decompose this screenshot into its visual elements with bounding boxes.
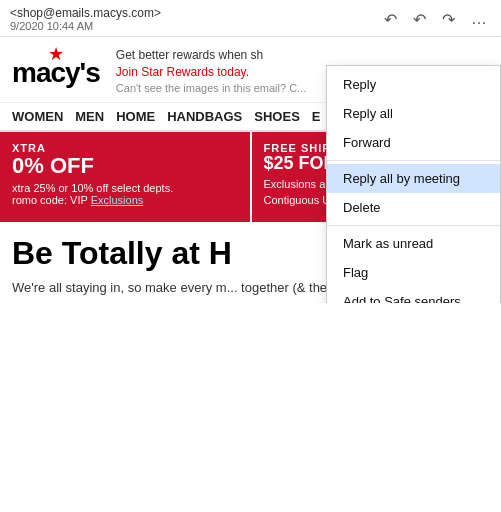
email-header: <shop@emails.macys.com> 9/2020 10:44 AM …: [0, 0, 501, 37]
toolbar-icons: ↶ ↶ ↷ …: [380, 8, 491, 31]
nav-shoes[interactable]: SHOES: [254, 109, 300, 124]
menu-mark-unread[interactable]: Mark as unread: [327, 229, 500, 258]
menu-delete[interactable]: Delete: [327, 193, 500, 222]
nav-men[interactable]: MEN: [75, 109, 104, 124]
menu-reply-all-meeting[interactable]: Reply all by meeting: [327, 164, 500, 193]
cant-see-text: Can't see the images in this email? C...: [116, 81, 306, 96]
menu-separator: [327, 225, 500, 226]
promo-left-code: romo code: VIP Exclusions: [12, 194, 238, 206]
menu-forward[interactable]: Forward: [327, 128, 500, 157]
menu-reply-all[interactable]: Reply all: [327, 99, 500, 128]
promo-left-big: 0% OFF: [12, 154, 238, 178]
banner-text: Get better rewards when sh Join Star Rew…: [116, 47, 306, 96]
context-menu: ReplyReply allForwardReply all by meetin…: [326, 65, 501, 303]
nav-women[interactable]: WOMEN: [12, 109, 63, 124]
nav-home[interactable]: HOME: [116, 109, 155, 124]
email-body: ★ macy's Get better rewards when sh Join…: [0, 37, 501, 303]
sender-address: <shop@emails.macys.com>: [10, 6, 161, 20]
email-meta: <shop@emails.macys.com> 9/2020 10:44 AM: [10, 6, 161, 32]
more-icon[interactable]: …: [467, 8, 491, 30]
nav-more[interactable]: E: [312, 109, 321, 124]
forward-icon[interactable]: ↷: [438, 8, 459, 31]
menu-separator: [327, 160, 500, 161]
nav-handbags[interactable]: HANDBAGS: [167, 109, 242, 124]
menu-safe-senders[interactable]: Add to Safe senders: [327, 287, 500, 303]
exclusions-link[interactable]: Exclusions: [91, 194, 144, 206]
macys-logo-text: macy's: [12, 57, 100, 89]
reply-all-icon[interactable]: ↶: [409, 8, 430, 31]
banner-tagline: Get better rewards when sh: [116, 47, 306, 64]
join-link[interactable]: Join Star Rewards today.: [116, 65, 249, 79]
menu-flag[interactable]: Flag: [327, 258, 500, 287]
promo-left-small: xtra 25% or 10% off select depts.: [12, 182, 238, 194]
promo-left: XTRA 0% OFF xtra 25% or 10% off select d…: [0, 132, 250, 222]
macys-logo: ★ macy's: [12, 47, 100, 89]
email-datetime: 9/2020 10:44 AM: [10, 20, 161, 32]
reply-icon[interactable]: ↶: [380, 8, 401, 31]
menu-reply[interactable]: Reply: [327, 70, 500, 99]
